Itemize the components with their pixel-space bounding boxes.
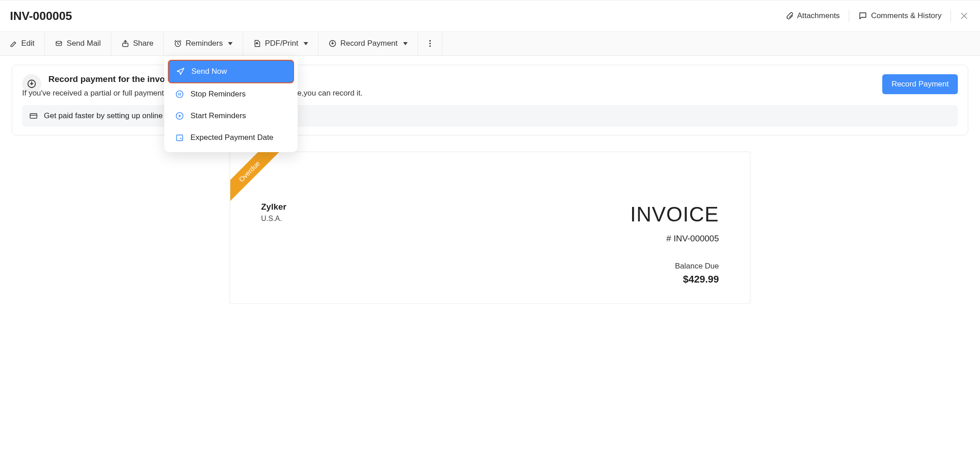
credit-card-icon	[29, 112, 38, 120]
action-toolbar: Edit Send Mail Share Reminders PDF/Print…	[0, 32, 980, 56]
invoice-company-name: Zylker	[261, 202, 286, 212]
invoice-heading: INVOICE	[630, 202, 719, 226]
chevron-down-icon	[304, 42, 308, 45]
edit-label: Edit	[21, 39, 34, 48]
invoice-company-country: U.S.A.	[261, 215, 286, 223]
reminders-dropdown-button[interactable]: Reminders	[164, 32, 243, 55]
balance-due-label: Balance Due	[630, 262, 719, 271]
chevron-down-icon	[228, 42, 233, 45]
clock-icon	[174, 39, 182, 48]
pencil-icon	[10, 40, 18, 48]
status-ribbon: Overdue	[230, 152, 283, 206]
content-area: Record payment for the invoice If you've…	[0, 56, 980, 304]
menu-item-stop-reminders[interactable]: Stop Reminders	[168, 83, 294, 105]
edit-button[interactable]: Edit	[0, 32, 45, 55]
send-icon	[176, 67, 185, 76]
svg-point-8	[429, 45, 431, 47]
record-payment-card-subtitle: If you've received a partial or full pay…	[22, 89, 875, 98]
send-mail-label: Send Mail	[67, 39, 101, 48]
pdf-print-dropdown-button[interactable]: PDF/Print	[243, 32, 319, 55]
record-payment-icon	[328, 39, 337, 48]
svg-point-7	[429, 43, 431, 44]
share-label: Share	[133, 39, 153, 48]
svg-marker-13	[179, 115, 181, 118]
comment-icon	[858, 11, 867, 20]
more-actions-button[interactable]	[418, 32, 442, 55]
paperclip-icon	[785, 11, 794, 20]
menu-item-start-reminders[interactable]: Start Reminders	[168, 105, 294, 127]
page-header: INV-000005 Attachments Comments & Histor…	[0, 0, 980, 32]
menu-item-send-now[interactable]: Send Now	[168, 60, 294, 83]
attachments-label: Attachments	[797, 11, 840, 20]
stop-reminders-label: Stop Reminders	[190, 90, 246, 99]
reminders-label: Reminders	[186, 39, 223, 48]
mail-icon	[55, 40, 63, 47]
divider	[951, 10, 951, 22]
close-button[interactable]	[958, 10, 970, 22]
menu-item-expected-payment-date[interactable]: Expected Payment Date	[168, 127, 294, 149]
share-button[interactable]: Share	[111, 32, 164, 55]
chevron-down-icon	[403, 42, 408, 45]
expected-payment-date-label: Expected Payment Date	[190, 133, 273, 142]
start-reminders-label: Start Reminders	[190, 111, 246, 120]
svg-point-6	[429, 40, 431, 42]
balance-due-value: $429.99	[630, 273, 719, 285]
play-circle-icon	[175, 111, 184, 120]
page-title: INV-000005	[10, 9, 72, 23]
pdf-print-label: PDF/Print	[265, 39, 298, 48]
divider	[849, 10, 849, 22]
send-now-label: Send Now	[191, 67, 227, 76]
send-mail-button[interactable]: Send Mail	[45, 32, 111, 55]
invoice-number: # INV-000005	[630, 234, 719, 244]
comments-history-label: Comments & History	[871, 11, 942, 20]
share-icon	[121, 39, 129, 48]
svg-rect-14	[176, 135, 182, 141]
record-payment-dropdown-button[interactable]: Record Payment	[319, 32, 418, 55]
svg-point-9	[176, 91, 183, 98]
record-payment-button[interactable]: Record Payment	[882, 74, 958, 94]
more-vertical-icon	[429, 39, 431, 48]
pdf-icon	[253, 39, 261, 48]
reminders-dropdown-menu: Send Now Stop Reminders Start Reminders …	[164, 56, 298, 152]
invoice-preview: Overdue Zylker U.S.A. INVOICE # INV-0000…	[230, 152, 750, 304]
record-payment-label: Record Payment	[340, 39, 398, 48]
svg-rect-15	[30, 114, 37, 119]
calendar-clock-icon	[175, 133, 184, 142]
comments-history-button[interactable]: Comments & History	[856, 9, 943, 23]
record-payment-card: Record payment for the invoice If you've…	[12, 65, 968, 135]
svg-rect-2	[56, 41, 62, 45]
pause-icon	[175, 90, 184, 99]
attachments-button[interactable]: Attachments	[784, 9, 842, 23]
payment-gateway-banner: Get paid faster by setting up online pay…	[22, 105, 958, 127]
